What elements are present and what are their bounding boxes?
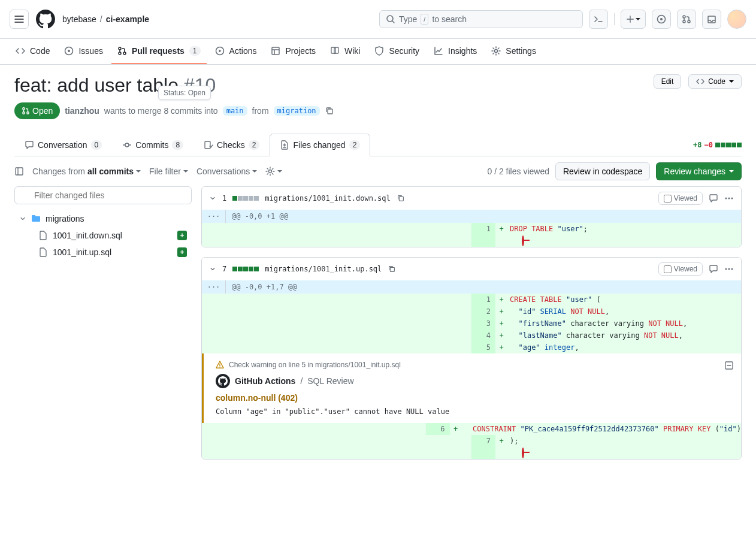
pull-requests-button[interactable] xyxy=(677,10,696,29)
annotation-rule[interactable]: column.no-null (402) xyxy=(216,393,729,403)
review-changes-button[interactable]: Review changes xyxy=(656,162,742,180)
terminal-icon xyxy=(594,14,603,24)
conversations-dropdown[interactable]: Conversations xyxy=(196,167,258,176)
copy-icon[interactable] xyxy=(325,106,334,116)
file-diff-block: 7 migrations/1001_init.up.sql Viewed ···… xyxy=(201,257,742,460)
filter-files-input[interactable] xyxy=(14,186,192,204)
review-codespace-button[interactable]: Review in codespace xyxy=(555,162,650,180)
svg-rect-12 xyxy=(272,47,279,55)
chevron-down-icon[interactable] xyxy=(209,265,216,273)
code-line: 6+ CONSTRAINT "PK_cace4a159ff9f2512dd423… xyxy=(202,423,741,435)
svg-point-8 xyxy=(119,47,121,50)
gear-icon xyxy=(265,167,275,176)
head-branch[interactable]: migration xyxy=(274,106,320,116)
chevron-down-icon xyxy=(19,215,26,222)
svg-point-24 xyxy=(725,198,727,200)
kebab-icon[interactable] xyxy=(724,194,734,203)
notifications-button[interactable] xyxy=(702,10,721,29)
tree-file-down[interactable]: 1001_init.down.sql + xyxy=(14,227,192,244)
svg-point-2 xyxy=(660,18,663,20)
tab-checks[interactable]: Checks 2 xyxy=(193,134,270,156)
svg-point-25 xyxy=(728,198,730,200)
no-newline-icon xyxy=(522,448,524,458)
svg-point-30 xyxy=(731,268,733,270)
code-line: 3+ "firstName" character varying NOT NUL… xyxy=(202,318,741,330)
kebab-icon[interactable] xyxy=(724,264,734,274)
svg-point-13 xyxy=(495,50,498,53)
code-icon xyxy=(16,46,25,56)
edit-button[interactable]: Edit xyxy=(654,74,682,89)
nav-insights[interactable]: Insights xyxy=(428,39,483,64)
nav-projects[interactable]: Projects xyxy=(265,39,322,64)
nav-code[interactable]: Code xyxy=(10,39,56,64)
status-tooltip: Status: Open xyxy=(158,86,211,100)
nav-wiki[interactable]: Wiki xyxy=(324,39,366,64)
svg-point-16 xyxy=(27,112,29,114)
nav-issues[interactable]: Issues xyxy=(58,39,108,64)
pr-title: feat: add user table #10 xyxy=(14,74,646,96)
expand-hunk[interactable]: ··· xyxy=(202,280,226,294)
svg-point-29 xyxy=(728,268,730,270)
sidebar-toggle-icon[interactable] xyxy=(14,167,24,176)
svg-point-9 xyxy=(119,52,121,55)
svg-point-21 xyxy=(269,170,272,173)
viewed-checkbox[interactable]: Viewed xyxy=(658,262,703,276)
tab-commits[interactable]: Commits 8 xyxy=(112,134,193,156)
hunk-header: ··· @@ -0,0 +1 @@ xyxy=(202,210,741,223)
play-icon xyxy=(215,46,225,56)
breadcrumb: bytebase / ci-example xyxy=(62,14,149,24)
nav-security[interactable]: Security xyxy=(368,39,425,64)
nav-settings[interactable]: Settings xyxy=(485,39,542,64)
user-avatar[interactable] xyxy=(727,10,746,29)
search-input[interactable]: Type / to search xyxy=(379,10,583,28)
svg-rect-23 xyxy=(399,197,403,201)
code-line: 5+ "age" integer, xyxy=(202,341,741,353)
tree-file-up[interactable]: 1001_init.up.sql + xyxy=(14,244,192,261)
github-logo[interactable] xyxy=(36,10,55,29)
command-palette-button[interactable] xyxy=(589,10,608,29)
collapse-icon[interactable] xyxy=(724,361,734,370)
comment-icon[interactable] xyxy=(709,194,718,203)
pr-author[interactable]: tianzhou xyxy=(65,106,99,116)
hamburger-menu[interactable] xyxy=(10,10,29,29)
tab-conversation[interactable]: Conversation 0 xyxy=(14,134,112,156)
warning-icon xyxy=(216,361,224,369)
issues-button[interactable] xyxy=(652,10,671,29)
comment-icon[interactable] xyxy=(709,264,718,274)
file-path[interactable]: migrations/1001_init.down.sql xyxy=(265,194,391,202)
file-path[interactable]: migrations/1001_init.up.sql xyxy=(265,265,382,273)
tab-files-changed[interactable]: Files changed 2 xyxy=(270,134,370,156)
svg-point-4 xyxy=(683,20,685,23)
svg-rect-17 xyxy=(328,109,332,114)
svg-point-14 xyxy=(23,108,25,110)
copy-icon[interactable] xyxy=(397,194,405,202)
code-line: 2+ "id" SERIAL NOT NULL, xyxy=(202,306,741,318)
folder-icon xyxy=(31,214,41,223)
nav-actions[interactable]: Actions xyxy=(209,39,263,64)
issue-icon xyxy=(64,46,74,56)
added-badge: + xyxy=(177,231,187,240)
pulls-count: 1 xyxy=(189,46,201,56)
search-icon xyxy=(386,14,395,24)
file-icon xyxy=(38,231,48,240)
breadcrumb-owner[interactable]: bytebase xyxy=(62,14,96,24)
settings-dropdown[interactable] xyxy=(265,167,282,176)
tree-folder-migrations[interactable]: migrations xyxy=(14,210,192,227)
gear-icon xyxy=(491,46,501,56)
file-filter-dropdown[interactable]: File filter xyxy=(149,167,188,176)
expand-hunk[interactable]: ··· xyxy=(202,210,226,223)
changes-from-dropdown[interactable]: Changes from all commits xyxy=(32,167,141,176)
inbox-icon xyxy=(707,14,716,24)
breadcrumb-repo[interactable]: ci-example xyxy=(106,14,149,24)
create-new-button[interactable] xyxy=(621,10,646,29)
files-viewed-count: 0 / 2 files viewed xyxy=(487,167,549,176)
file-diff-icon xyxy=(280,140,289,150)
svg-point-7 xyxy=(68,50,70,52)
copy-icon[interactable] xyxy=(388,265,396,273)
pull-request-icon xyxy=(22,107,30,115)
code-button[interactable]: Code xyxy=(688,74,742,89)
nav-pull-requests[interactable]: Pull requests 1 xyxy=(111,39,207,64)
chevron-down-icon[interactable] xyxy=(209,195,216,202)
viewed-checkbox[interactable]: Viewed xyxy=(658,192,703,205)
base-branch[interactable]: main xyxy=(223,106,247,116)
